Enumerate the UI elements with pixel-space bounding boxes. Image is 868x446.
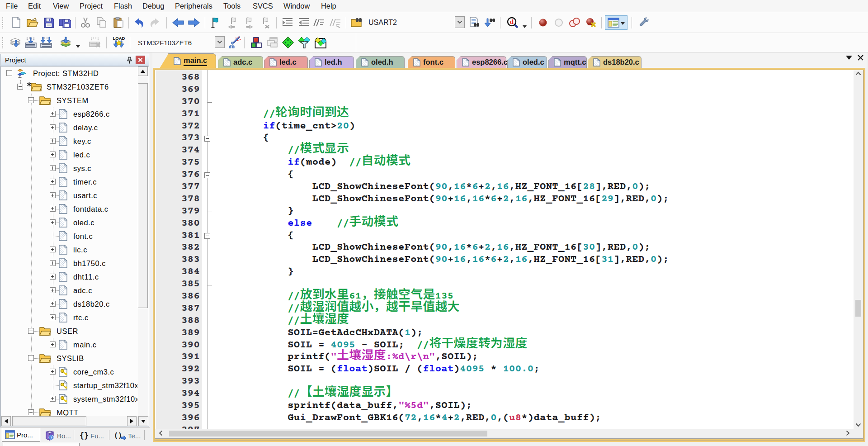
download-to-flash-button[interactable]: LOAD xyxy=(111,35,127,50)
paste-button[interactable] xyxy=(111,15,126,30)
tab-list-dropdown-icon[interactable] xyxy=(846,56,852,60)
close-tab-icon[interactable] xyxy=(857,54,864,61)
find-in-files-button[interactable] xyxy=(349,15,364,30)
expand-icon[interactable] xyxy=(50,247,56,252)
menu-flash[interactable]: Flash xyxy=(114,0,132,12)
indent-button[interactable] xyxy=(280,15,295,30)
copy-button[interactable] xyxy=(94,15,109,30)
tree-item-syslib[interactable]: SYSLIB xyxy=(1,351,137,365)
toolbar-gripper[interactable] xyxy=(2,37,4,48)
editor-horizontal-scrollbar[interactable] xyxy=(155,429,854,438)
tree-item-stm32f103zet6[interactable]: STM32F103ZET6 xyxy=(1,80,137,94)
toolbar-gripper[interactable] xyxy=(2,17,4,28)
collapse-icon[interactable] xyxy=(28,409,34,415)
unindent-button[interactable] xyxy=(296,15,311,30)
tree-item-key-c[interactable]: key.c xyxy=(1,134,137,148)
editor-vertical-scrollbar[interactable] xyxy=(854,70,863,429)
new-file-button[interactable] xyxy=(9,15,24,30)
tree-item-project-stm32hd[interactable]: Project: STM32HD xyxy=(1,66,137,80)
find-in-files-dialog-button[interactable] xyxy=(467,15,482,30)
batch-build-dropdown-icon[interactable] xyxy=(76,42,80,50)
expand-icon[interactable] xyxy=(50,314,56,320)
menu-svcs[interactable]: SVCS xyxy=(253,0,273,12)
menu-view[interactable]: View xyxy=(53,0,69,12)
horizontal-scroll-thumb[interactable] xyxy=(169,431,487,437)
editor-tab-led-h[interactable]: led.h xyxy=(309,56,354,68)
tree-scroll-right-button[interactable] xyxy=(127,416,137,426)
editor-tab-main-c[interactable]: main.c xyxy=(168,53,216,68)
panel-tab-te[interactable]: ()Te... xyxy=(112,429,142,442)
tree-item-main-c[interactable]: main.c xyxy=(1,338,137,351)
find-combo-dropdown[interactable] xyxy=(455,16,465,28)
tree-item-adc-c[interactable]: adc.c xyxy=(1,284,137,297)
tree-item-system[interactable]: SYSTEM xyxy=(1,94,137,107)
tree-item-startup-stm32f10x[interactable]: startup_stm32f10x xyxy=(1,379,137,392)
build-target-button[interactable] xyxy=(23,35,38,50)
editor-tab-esp8266-c[interactable]: esp8266.c xyxy=(457,56,506,68)
expand-icon[interactable] xyxy=(50,192,56,198)
menu-tools[interactable]: Tools xyxy=(223,0,241,12)
tree-item-iic-c[interactable]: iic.c xyxy=(1,243,137,256)
menu-project[interactable]: Project xyxy=(80,0,103,12)
collapse-icon[interactable] xyxy=(28,328,34,334)
editor-tab-oled-h[interactable]: oled.h xyxy=(356,56,405,68)
scroll-right-icon[interactable] xyxy=(846,430,850,436)
expand-icon[interactable] xyxy=(50,274,56,280)
disable-breakpoint-button[interactable] xyxy=(551,15,566,30)
expand-icon[interactable] xyxy=(50,301,56,307)
expand-icon[interactable] xyxy=(50,152,56,157)
tree-item-led-c[interactable]: led.c xyxy=(1,148,137,161)
rebuild-all-button[interactable] xyxy=(38,35,54,50)
expand-icon[interactable] xyxy=(50,111,56,117)
panel-tab-pro[interactable]: Pro... xyxy=(2,428,40,442)
toggle-bookmark-button[interactable] xyxy=(207,15,222,30)
tree-scroll-down-button[interactable] xyxy=(138,416,148,426)
navigate-back-button[interactable] xyxy=(170,15,186,30)
tree-item-bh1750-c[interactable]: bh1750.c xyxy=(1,256,137,270)
tree-vertical-scrollbar[interactable] xyxy=(138,66,148,416)
tree-item-esp8266-c[interactable]: esp8266.c xyxy=(1,107,137,121)
fold-collapse-icon[interactable] xyxy=(204,233,210,239)
dropdown-arrow-icon[interactable] xyxy=(523,22,527,30)
scroll-up-icon[interactable] xyxy=(855,71,861,76)
tree-item-mqtt[interactable]: MQTT xyxy=(1,406,137,416)
clear-bookmarks-button[interactable] xyxy=(258,15,273,30)
disable-all-breakpoints-button[interactable] xyxy=(567,15,582,30)
expand-icon[interactable] xyxy=(50,396,56,402)
editor-tab-mqtt-c[interactable]: mqtt.c xyxy=(548,56,587,68)
pin-icon[interactable] xyxy=(127,57,132,64)
manage-books-button[interactable] xyxy=(264,35,280,50)
tree-item-user[interactable]: USER xyxy=(1,324,137,338)
editor-tab-oled-c[interactable]: oled.c xyxy=(507,56,547,68)
scroll-left-icon[interactable] xyxy=(159,430,163,436)
editor-tab-ds18b20-c[interactable]: ds18b20.c xyxy=(588,56,642,68)
tree-item-timer-c[interactable]: timer.c xyxy=(1,175,137,189)
menu-help[interactable]: Help xyxy=(321,0,336,12)
project-window-toggle-button[interactable] xyxy=(605,15,627,30)
collapse-icon[interactable] xyxy=(28,97,34,103)
vertical-scroll-thumb[interactable] xyxy=(855,300,861,317)
menu-peripherals[interactable]: Peripherals xyxy=(175,0,212,12)
scroll-down-icon[interactable] xyxy=(855,423,861,427)
panel-tab-fu[interactable]: {}Fu... xyxy=(77,429,108,442)
expand-icon[interactable] xyxy=(50,206,56,212)
collapse-icon[interactable] xyxy=(6,70,12,76)
tree-item-rtc-c[interactable]: rtc.c xyxy=(1,311,137,324)
expand-icon[interactable] xyxy=(50,287,56,293)
multi-project-button[interactable] xyxy=(313,35,328,50)
save-file-button[interactable] xyxy=(41,15,57,30)
expand-icon[interactable] xyxy=(50,260,56,266)
insert-breakpoint-button[interactable] xyxy=(535,15,551,30)
code-area[interactable]: 368369370371 //轮询时间到达372 if(time_cnt>20)… xyxy=(155,70,854,429)
target-select-combobox[interactable]: STM32F103ZET6 xyxy=(138,39,192,47)
tree-item-delay-c[interactable]: delay.c xyxy=(1,121,137,134)
previous-bookmark-button[interactable] xyxy=(225,15,240,30)
collapse-icon[interactable] xyxy=(28,355,34,361)
tree-item-ds18b20-c[interactable]: ds18b20.c xyxy=(1,297,137,311)
tree-item-core-cm3-c[interactable]: core_cm3.c xyxy=(1,365,137,379)
expand-icon[interactable] xyxy=(50,165,56,171)
tree-horizontal-scroll-thumb[interactable] xyxy=(12,416,86,426)
incremental-find-button[interactable] xyxy=(482,15,497,30)
close-panel-button[interactable] xyxy=(136,56,145,64)
tree-item-usart-c[interactable]: usart.c xyxy=(1,189,137,202)
